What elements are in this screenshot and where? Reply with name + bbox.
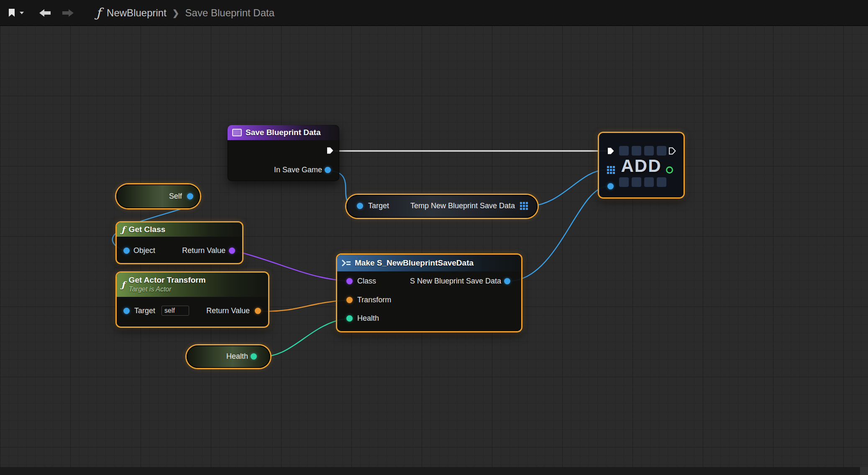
breadcrumb-separator: ❯ [172, 8, 179, 18]
node-temp-save-data-getter[interactable]: Target Temp New Blueprint Save Data [346, 195, 538, 218]
pin-label: Target [134, 306, 155, 315]
class-pin[interactable] [346, 278, 353, 284]
pin-label: Return Value [206, 306, 250, 315]
scrollbar-corner [860, 467, 868, 475]
target-value-input[interactable] [161, 306, 189, 316]
function-icon: ƒ [121, 280, 125, 290]
node-save-blueprint-data[interactable]: Save Blueprint Data In Save Game [228, 125, 339, 181]
node-self-getter[interactable]: Self [116, 184, 200, 208]
pin-label: Class [357, 277, 376, 286]
horizontal-scrollbar[interactable] [0, 467, 868, 475]
bookmark-icon [8, 8, 17, 18]
bookmarks-dropdown[interactable] [8, 8, 24, 18]
map-pattern-cell [632, 177, 641, 187]
node-get-actor-transform[interactable]: ƒ Get Actor Transform Target is Actor Ta… [117, 273, 268, 327]
node-map-add[interactable]: ADD [599, 133, 684, 197]
node-make-struct[interactable]: Make S_NewBlueprintSaveData Class Transf… [337, 255, 521, 331]
toolbar: ƒ NewBlueprint ❯ Save Blueprint Data [0, 0, 868, 26]
return-value-pin[interactable] [255, 308, 261, 314]
pill-label: Self [169, 192, 182, 201]
node-header[interactable]: Make S_NewBlueprintSaveData [337, 255, 521, 271]
node-title: Make S_NewBlueprintSaveData [355, 258, 474, 268]
forward-arrow-icon [61, 8, 74, 18]
target-pin[interactable] [123, 308, 130, 314]
exec-out-pin[interactable] [668, 147, 676, 155]
map-pattern-cell [619, 146, 629, 156]
event-icon [232, 129, 242, 136]
in-save-game-pin[interactable] [325, 167, 331, 173]
object-pin[interactable] [123, 248, 130, 254]
chevron-down-icon [19, 11, 24, 15]
value-pin[interactable] [607, 183, 614, 189]
pin-label: Object [133, 246, 155, 255]
self-output-pin[interactable] [187, 193, 193, 199]
return-value-pin[interactable] [229, 248, 235, 254]
map-output-pin[interactable] [520, 202, 528, 210]
blueprint-editor: ƒ NewBlueprint ❯ Save Blueprint Data Sav… [0, 0, 868, 475]
node-health-getter[interactable]: Health [187, 345, 270, 368]
map-pattern-cell [619, 177, 629, 187]
node-title: Save Blueprint Data [246, 128, 321, 137]
target-pin[interactable] [357, 203, 363, 209]
pin-label: Target [368, 202, 389, 210]
pill-label: Health [226, 352, 248, 361]
back-button[interactable] [38, 8, 52, 18]
health-pin[interactable] [346, 315, 353, 322]
target-map-pin[interactable] [607, 166, 615, 174]
map-pattern-cell [644, 177, 654, 187]
pill-label: Temp New Blueprint Save Data [410, 202, 515, 210]
node-subtitle: Target is Actor [129, 285, 206, 294]
node-header[interactable]: Save Blueprint Data [228, 125, 339, 140]
map-pattern-cell [657, 177, 666, 187]
health-output-pin[interactable] [251, 353, 257, 360]
map-pattern-cell [644, 146, 654, 156]
node-title: Get Class [129, 225, 166, 234]
back-arrow-icon [38, 8, 52, 18]
node-title: Get Actor Transform [129, 276, 206, 285]
pin-label: Transform [357, 296, 391, 304]
node-header[interactable]: ƒ Get Actor Transform Target is Actor [117, 273, 268, 297]
make-struct-icon [342, 260, 351, 266]
pin-label: Health [357, 314, 379, 323]
function-icon: ƒ [96, 5, 101, 20]
struct-output-pin[interactable] [504, 278, 510, 284]
function-icon: ƒ [121, 225, 125, 235]
map-pattern-cell [632, 146, 641, 156]
pin-label: In Save Game [274, 166, 322, 174]
exec-out-pin[interactable] [326, 146, 334, 155]
pin-label: S New Blueprint Save Data [410, 277, 501, 286]
transform-pin[interactable] [346, 297, 353, 303]
pin-label: Return Value [182, 246, 225, 255]
node-header[interactable]: ƒ Get Class [117, 222, 242, 237]
breadcrumb-root[interactable]: NewBlueprint [107, 7, 166, 19]
node-get-class[interactable]: ƒ Get Class Object Return Value [117, 222, 242, 263]
bool-output-pin[interactable] [666, 166, 673, 174]
breadcrumb-current: Save Blueprint Data [185, 7, 274, 19]
map-pattern-cell [657, 146, 666, 156]
exec-in-pin[interactable] [607, 147, 615, 155]
forward-button[interactable] [61, 8, 74, 18]
